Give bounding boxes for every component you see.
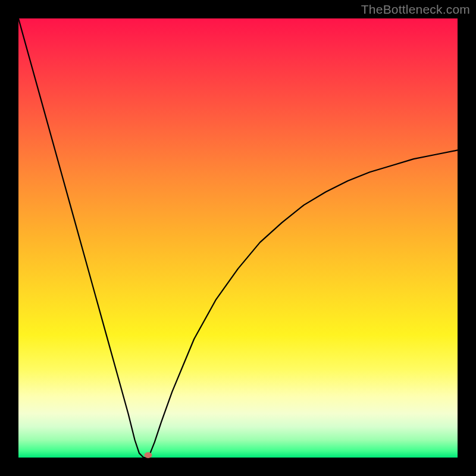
chart-frame: TheBottleneck.com	[0, 0, 476, 476]
curve-path	[18, 18, 458, 458]
minimum-marker	[145, 452, 152, 458]
bottleneck-curve	[18, 18, 458, 458]
watermark-text: TheBottleneck.com	[361, 2, 470, 17]
plot-area	[18, 18, 458, 458]
